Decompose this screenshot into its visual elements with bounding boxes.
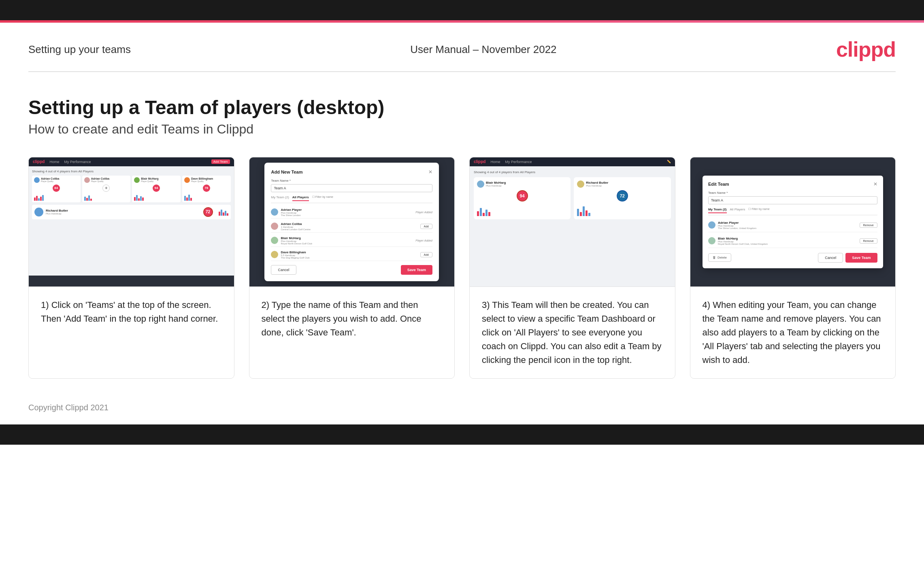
edit-filter-by-name[interactable]: ☐ Filter by name <box>748 208 769 213</box>
screenshot-3: clippd Home My Performance ✏️ Showing 4 … <box>470 157 675 287</box>
trash-icon: 🗑 <box>713 256 716 259</box>
ss1-teams: My Performance <box>64 160 91 164</box>
dialog-close-icon[interactable]: ✕ <box>428 169 432 175</box>
team-name-label: Team Name * <box>271 179 432 182</box>
edit-dialog-header: Edit Team ✕ <box>708 181 877 187</box>
screenshot-2: Add New Team ✕ Team Name * My Team (2) A… <box>249 157 455 287</box>
remove-player-2-button[interactable]: Remove <box>860 238 877 244</box>
ss1-home: Home <box>49 160 59 164</box>
page-footer: Copyright Clippd 2021 <box>0 395 924 424</box>
header-center: User Manual – November 2022 <box>410 43 556 56</box>
team-big-card-2: Richard Butler Plus Handicap 72 <box>574 177 671 219</box>
card-1-text: 1) Click on 'Teams' at the top of the sc… <box>29 287 234 378</box>
bars-3 <box>134 193 179 201</box>
player-row-1: Adrian Player Plus Handicap The Shine Lo… <box>271 206 432 218</box>
hcp-2: 0 <box>102 185 110 192</box>
avatar-4 <box>184 177 190 183</box>
top-bar <box>0 0 924 20</box>
edit-dialog-close-icon[interactable]: ✕ <box>873 181 877 187</box>
dialog-header: Add New Team ✕ <box>271 169 432 175</box>
edit-p-info-1: Adrian Player Plus Handicap The Shine Lo… <box>718 221 857 229</box>
ss1-heading: Showing 4 out of 4 players from All Play… <box>32 170 231 173</box>
hcp-big: 72 <box>203 207 213 217</box>
edit-footer-right: Cancel Save Team <box>818 253 877 263</box>
team-bars-2 <box>577 204 667 216</box>
ss3-logo: clippd <box>474 159 485 164</box>
team-avatar-2 <box>577 180 584 188</box>
big-bars <box>219 208 228 216</box>
bars-4 <box>184 193 229 201</box>
card-3: clippd Home My Performance ✏️ Showing 4 … <box>469 157 675 379</box>
ss3-nav: clippd Home My Performance ✏️ <box>470 157 675 166</box>
ss1-nav: clippd Home My Performance Add Team <box>29 157 234 166</box>
clippd-logo: clippd <box>836 38 896 61</box>
page-title-section: Setting up a Team of players (desktop) H… <box>0 72 924 149</box>
card-4-text: 4) When editing your Team, you can chang… <box>690 287 896 378</box>
remove-player-1-button[interactable]: Remove <box>860 223 877 228</box>
page-subtitle: How to create and edit Teams in Clippd <box>28 122 896 137</box>
p-info-3: Blair McHarg Plus Handicap Royal North D… <box>281 236 413 245</box>
edit-team-dialog: Edit Team ✕ Team Name * My Team (2) All … <box>703 176 883 268</box>
edit-team-name-input[interactable] <box>708 196 877 204</box>
edit-tab-my-team[interactable]: My Team (2) <box>708 208 727 213</box>
team-avatar-1 <box>477 180 484 188</box>
card-2: Add New Team ✕ Team Name * My Team (2) A… <box>249 157 455 379</box>
team-cards-row: Blair McHarg Plus Handicap 94 <box>474 177 671 219</box>
header-right: clippd <box>836 37 896 62</box>
card-1: clippd Home My Performance Add Team Show… <box>28 157 234 379</box>
edit-player-row-1: Adrian Player Plus Handicap The Shine Lo… <box>708 218 877 232</box>
player-added-1: Player Added <box>415 211 432 214</box>
screenshot-4: Edit Team ✕ Team Name * My Team (2) All … <box>690 157 896 287</box>
cancel-button[interactable]: Cancel <box>271 265 296 275</box>
cards-grid: clippd Home My Performance Add Team Show… <box>0 149 924 395</box>
card-2-text: 2) Type the name of this Team and then s… <box>249 287 455 378</box>
tab-my-team[interactable]: My Team (2) <box>271 195 289 201</box>
delete-button[interactable]: 🗑 Delete <box>708 253 731 262</box>
player-row-3: Blair McHarg Plus Handicap Royal North D… <box>271 235 432 247</box>
edit-tab-all-players[interactable]: All Players <box>730 208 745 213</box>
screenshot-1: clippd Home My Performance Add Team Show… <box>29 157 234 287</box>
add-team-dialog: Add New Team ✕ Team Name * My Team (2) A… <box>264 163 439 281</box>
header: Setting up your teams User Manual – Nove… <box>0 23 924 71</box>
edit-save-team-button[interactable]: Save Team <box>845 253 877 263</box>
ss3-teams: My Performance <box>505 160 532 164</box>
hcp-1: 84 <box>53 185 60 192</box>
save-team-button[interactable]: Save Team <box>401 265 432 275</box>
dialog-title: Add New Team <box>271 170 302 174</box>
ss3-heading: Showing 4 out of 4 players from All Play… <box>474 170 671 174</box>
edit-dialog-title: Edit Team <box>708 182 729 187</box>
copyright-text: Copyright Clippd 2021 <box>28 403 109 412</box>
player-card-4: Dave Billingham Player Quality 78 <box>182 176 231 202</box>
dialog-tabs: My Team (2) All Players ☐ Filter by name <box>271 195 432 203</box>
edit-cancel-button[interactable]: Cancel <box>818 253 843 263</box>
big-player-card: Richard Butler Plus Handicap 72 <box>32 205 231 219</box>
add-player-4-button[interactable]: Add <box>420 252 432 257</box>
dialog-footer: Cancel Save Team <box>271 265 432 275</box>
ss1-main: Showing 4 out of 4 players from All Play… <box>29 166 234 276</box>
team-big-card-1: Blair McHarg Plus Handicap 94 <box>474 177 571 219</box>
player-card-1: Adrian Coliba Player Quality 84 <box>32 176 81 202</box>
team-hcp-1: 94 <box>517 190 528 202</box>
add-player-2-button[interactable]: Add <box>420 224 432 229</box>
p-info-2: Adrian Coliba 1 Handicap Central London … <box>281 222 417 231</box>
ss3-main: Showing 4 out of 4 players from All Play… <box>470 166 675 223</box>
p-info-1: Adrian Player Plus Handicap The Shine Lo… <box>281 208 413 216</box>
ss3-home: Home <box>490 160 500 164</box>
team-player-row-1: Blair McHarg Plus Handicap <box>477 180 567 188</box>
card-3-text: 3) This Team will then be created. You c… <box>470 287 675 378</box>
header-left: Setting up your teams <box>28 43 131 56</box>
edit-footer: 🗑 Delete Cancel Save Team <box>708 253 877 263</box>
big-avatar <box>34 208 43 216</box>
team-name-input[interactable] <box>271 184 432 192</box>
edit-team-name-label: Team Name * <box>708 191 877 195</box>
p-avatar-3 <box>271 237 278 244</box>
page-title: Setting up a Team of players (desktop) <box>28 96 896 119</box>
card-4: Edit Team ✕ Team Name * My Team (2) All … <box>690 157 896 379</box>
avatar-2 <box>84 177 90 183</box>
player-row-4: Dave Billingham 5.5 Handicap The Dog Mag… <box>271 249 432 261</box>
ss1-logo: clippd <box>33 159 45 164</box>
filter-by-name[interactable]: ☐ Filter by name <box>312 195 333 201</box>
bottom-bar <box>0 424 924 445</box>
tab-all-players[interactable]: All Players <box>292 195 309 201</box>
player-card-3: Blair McHarg Player Quality 94 <box>132 176 181 202</box>
